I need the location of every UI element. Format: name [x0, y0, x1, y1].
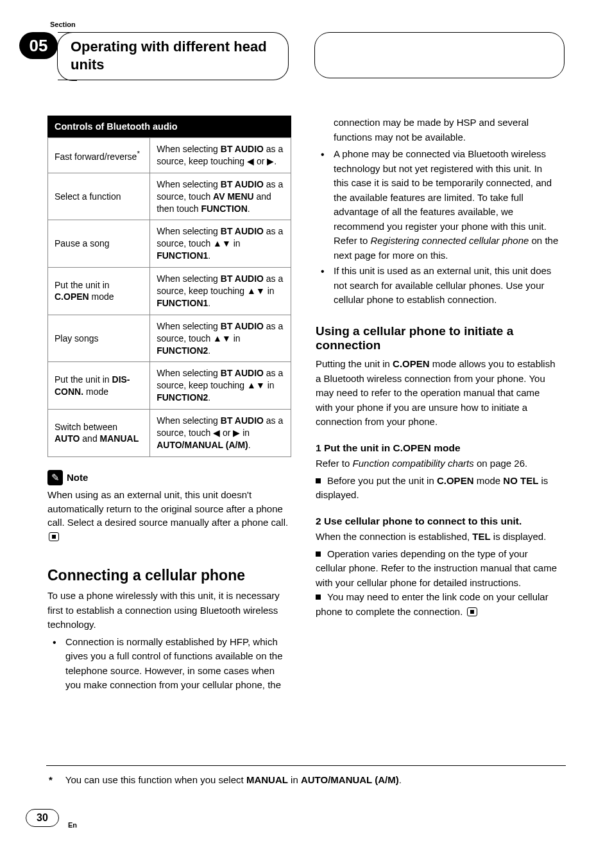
- connecting-intro: To use a phone wirelessly with this unit…: [47, 589, 291, 632]
- step2-body: When the connection is established, TEL …: [316, 530, 559, 544]
- page-number-badge: 30: [26, 809, 59, 827]
- row-desc: When selecting BT AUDIO as a source, kee…: [150, 138, 291, 173]
- row-label: Select a function: [48, 173, 150, 220]
- row-desc: When selecting BT AUDIO as a source, kee…: [150, 362, 291, 410]
- footnote: * You can use this function when you sel…: [49, 774, 402, 785]
- connecting-title: Connecting a cellular phone: [47, 567, 291, 584]
- section-label: Section: [50, 21, 76, 28]
- footnote-asterisk: *: [49, 774, 53, 785]
- table-row: Put the unit in C.OPEN modeWhen selectin…: [48, 268, 291, 315]
- square-bullet-icon: [316, 551, 321, 557]
- footnote-text: You can use this function when you selec…: [65, 774, 402, 785]
- section-number-badge: 05: [19, 32, 58, 59]
- table-row: Switch between AUTO and MANUALWhen selec…: [48, 410, 291, 457]
- table-row: Pause a songWhen selecting BT AUDIO as a…: [48, 220, 291, 268]
- row-label: Switch between AUTO and MANUAL: [48, 410, 150, 457]
- table-row: Fast forward/reverse*When selecting BT A…: [48, 138, 291, 173]
- row-desc: When selecting BT AUDIO as a source, tou…: [150, 220, 291, 268]
- row-label: Put the unit in C.OPEN mode: [48, 268, 150, 315]
- step2-heading: 2 Use cellular phone to connect to this …: [316, 514, 559, 528]
- right-bullets: A phone may be connected via Bluetooth w…: [316, 147, 559, 308]
- row-label: Fast forward/reverse*: [48, 138, 150, 173]
- step2-note1: Operation varies depending on the type o…: [316, 547, 559, 591]
- square-bullet-icon: [316, 478, 321, 483]
- using-intro: Putting the unit in C.OPEN mode allows y…: [316, 357, 559, 430]
- step1-body: Refer to Function compatibility charts o…: [316, 456, 559, 471]
- left-column: Controls of Bluetooth audio Fast forward…: [47, 116, 291, 694]
- controls-table: Controls of Bluetooth audio Fast forward…: [47, 116, 291, 457]
- row-desc: When selecting BT AUDIO as a source, tou…: [150, 173, 291, 220]
- bullet-continuation: connection may be made by HSP and severa…: [316, 116, 559, 144]
- step2-note2: You may need to enter the link code on y…: [316, 590, 559, 619]
- note-header: ✎ Note: [47, 470, 291, 485]
- note-label: Note: [67, 471, 88, 485]
- table-row: Put the unit in DIS-CONN. modeWhen selec…: [48, 362, 291, 410]
- right-column: connection may be made by HSP and severa…: [316, 116, 559, 694]
- table-row: Play songsWhen selecting BT AUDIO as a s…: [48, 315, 291, 362]
- row-label: Play songs: [48, 315, 150, 362]
- content-columns: Controls of Bluetooth audio Fast forward…: [0, 83, 612, 694]
- section-title: Operating with different head units: [71, 38, 275, 73]
- row-desc: When selecting BT AUDIO as a source, tou…: [150, 315, 291, 362]
- pencil-icon: ✎: [47, 470, 63, 485]
- section-title-box: Operating with different head units: [58, 32, 289, 80]
- connecting-bullets: Connection is normally established by HF…: [47, 635, 291, 693]
- language-label: En: [68, 821, 77, 829]
- row-desc: When selecting BT AUDIO as a source, tou…: [150, 410, 291, 457]
- list-item: If this unit is used as an external unit…: [316, 264, 559, 308]
- table-header: Controls of Bluetooth audio: [48, 116, 291, 138]
- right-top-block: connection may be made by HSP and severa…: [316, 116, 559, 308]
- step1-heading: 1 Put the unit in C.OPEN mode: [316, 441, 559, 455]
- table-row: Select a functionWhen selecting BT AUDIO…: [48, 173, 291, 220]
- page-header: Section 05 Operating with different head…: [0, 0, 612, 83]
- row-label: Put the unit in DIS-CONN. mode: [48, 362, 150, 410]
- list-item: Connection is normally established by HF…: [47, 635, 291, 693]
- row-desc: When selecting BT AUDIO as a source, kee…: [150, 268, 291, 315]
- using-title: Using a cellular phone to initiate a con…: [316, 324, 559, 354]
- footnote-rule: [46, 765, 566, 766]
- square-bullet-icon: [316, 595, 321, 600]
- row-label: Pause a song: [48, 220, 150, 268]
- note-text: When using as an external unit, this uni…: [47, 488, 291, 544]
- empty-title-box: [314, 32, 565, 78]
- list-item: A phone may be connected via Bluetooth w…: [316, 147, 559, 263]
- step1-note: Before you put the unit in C.OPEN mode N…: [316, 474, 559, 503]
